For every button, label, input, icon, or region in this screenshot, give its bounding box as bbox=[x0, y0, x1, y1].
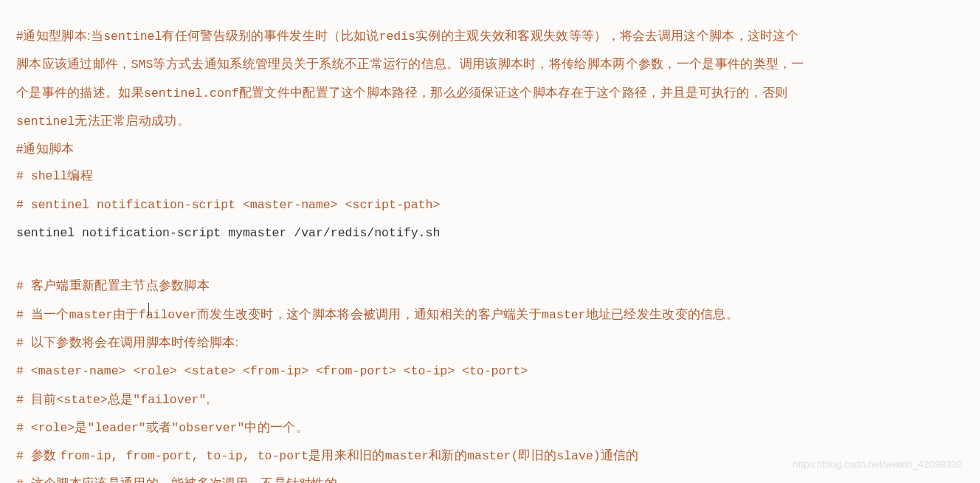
text-segment: 配置文件中配置了这个脚本路径，那么必须保证这个脚本存在于这个路径，并且是可执行的… bbox=[239, 86, 788, 99]
text-segment: 有任何警告级别的事件发生时（比如说 bbox=[162, 29, 379, 42]
text-segment: #通知型脚本:当 bbox=[16, 29, 103, 42]
text-segment: 中的一个。 bbox=[244, 420, 308, 434]
code-line: #通知型脚本:当sentinel有任何警告级别的事件发生时（比如说redis实例… bbox=[16, 22, 964, 50]
text-segment: # shell bbox=[16, 169, 67, 183]
code-line: sentinel无法正常启动成功。 bbox=[16, 107, 964, 135]
code-line: # 目前<state>总是"failover", bbox=[16, 386, 964, 414]
code-line: sentinel notification-script mymaster /v… bbox=[16, 219, 964, 247]
text-segment: <state> bbox=[56, 393, 107, 407]
text-segment: 这个脚本应该是通用的，能被多次调用，不是针对性的。 bbox=[31, 476, 351, 483]
text-segment: "failover" bbox=[133, 393, 206, 407]
text-segment: from-ip, from-port, to-ip, to-port bbox=[60, 449, 308, 463]
text-cursor bbox=[148, 303, 149, 316]
text-segment: 个是事件的描述。如果 bbox=[16, 86, 144, 99]
code-line: # <role>是"leader"或者"observer"中的一个。 bbox=[16, 414, 964, 442]
code-line: # 这个脚本应该是通用的，能被多次调用，不是针对性的。 bbox=[16, 470, 964, 483]
text-segment: 总是 bbox=[108, 392, 134, 405]
text-segment: 即旧的 bbox=[518, 448, 556, 462]
text-segment: #通知脚本 bbox=[16, 142, 75, 155]
text-segment: # bbox=[16, 393, 31, 407]
code-line: 个是事件的描述。如果sentinel.conf配置文件中配置了这个脚本路径，那么… bbox=[16, 79, 964, 107]
text-segment: # <master-name> <role> <state> <from-ip>… bbox=[16, 364, 528, 378]
text-segment: "observer" bbox=[171, 421, 244, 435]
text-segment: master bbox=[385, 449, 429, 463]
text-segment: # bbox=[16, 336, 31, 350]
text-segment: sentinel bbox=[103, 30, 162, 44]
text-segment: 客户端重新配置主节点参数脚本 bbox=[31, 278, 210, 292]
text-segment: # bbox=[16, 477, 31, 483]
text-segment: master bbox=[542, 308, 585, 322]
text-segment: 而发生改变时，这个脚本将会被调用，通知相关的客户端关于 bbox=[197, 307, 542, 321]
text-segment: master bbox=[69, 308, 113, 322]
text-segment: 编程 bbox=[67, 168, 93, 182]
text-segment: failover bbox=[139, 308, 197, 322]
document-content: #通知型脚本:当sentinel有任何警告级别的事件发生时（比如说redis实例… bbox=[16, 22, 964, 483]
code-line: # <master-name> <role> <state> <from-ip>… bbox=[16, 357, 964, 385]
text-segment: redis bbox=[379, 30, 416, 44]
text-segment: 是 bbox=[75, 420, 87, 434]
text-segment: 或者 bbox=[146, 420, 172, 434]
code-line: # sentinel notification-script <master-n… bbox=[16, 191, 964, 219]
text-segment: 和新的 bbox=[429, 448, 467, 462]
text-segment: sentinel bbox=[16, 114, 75, 129]
text-segment: 以下参数将会在调用脚本时传给脚本: bbox=[31, 335, 239, 349]
code-line: # shell编程 bbox=[16, 162, 964, 190]
text-segment: 地址已经发生改变的信息。 bbox=[586, 307, 739, 321]
text-segment: 实例的主观失效和客观失效等等），将会去调用这个脚本，这时这个 bbox=[415, 29, 798, 42]
text-segment: SMS bbox=[131, 58, 153, 72]
text-segment: # bbox=[16, 449, 31, 463]
text-segment: 通信的 bbox=[601, 448, 639, 462]
code-line: #通知脚本 bbox=[16, 135, 964, 162]
text-segment: 是用来和旧的 bbox=[308, 448, 385, 462]
text-segment: 脚本应该通过邮件， bbox=[16, 57, 131, 70]
text-segment: sentinel.conf bbox=[144, 86, 239, 100]
text-segment: # bbox=[16, 308, 31, 322]
text-segment: slave) bbox=[556, 449, 600, 463]
code-line: # 以下参数将会在调用脚本时传给脚本: bbox=[16, 329, 964, 357]
watermark-text: https://blog.csdn.net/weixin_42098332 bbox=[793, 459, 962, 470]
text-segment: 目前 bbox=[31, 392, 57, 405]
text-segment: master( bbox=[467, 449, 518, 463]
text-segment: 无法正常启动成功。 bbox=[75, 114, 190, 127]
blank-line bbox=[16, 247, 964, 272]
code-line: # 客户端重新配置主节点参数脚本 bbox=[16, 272, 964, 300]
code-line: # 当一个master由于failover而发生改变时，这个脚本将会被调用，通知… bbox=[16, 301, 964, 329]
text-segment: # bbox=[16, 279, 31, 293]
text-segment: # <role> bbox=[16, 421, 75, 435]
text-segment: "leader" bbox=[88, 421, 146, 435]
code-line: 脚本应该通过邮件，SMS等方式去通知系统管理员关于系统不正常运行的信息。调用该脚… bbox=[16, 50, 964, 78]
text-segment: 参数 bbox=[31, 448, 60, 462]
text-segment: 当一个 bbox=[31, 307, 69, 321]
text-segment: 等方式去通知系统管理员关于系统不正常运行的信息。调用该脚本时，将传给脚本两个参数… bbox=[153, 57, 804, 70]
text-segment: sentinel notification-script mymaster /v… bbox=[16, 226, 440, 240]
text-segment: 由于 bbox=[113, 307, 139, 321]
text-segment: # sentinel notification-script <master-n… bbox=[16, 198, 440, 212]
text-segment: , bbox=[206, 392, 210, 405]
